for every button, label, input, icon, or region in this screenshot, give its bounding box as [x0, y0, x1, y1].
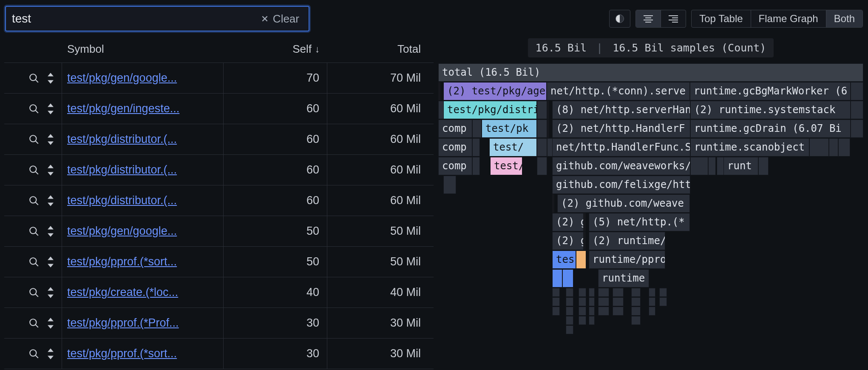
row-sort-button[interactable]: [45, 347, 56, 360]
row-search-button[interactable]: [28, 103, 40, 114]
flame-frame[interactable]: [537, 157, 547, 175]
flame-frame[interactable]: (2) runtime/: [589, 232, 665, 250]
row-sort-button[interactable]: [45, 256, 56, 268]
row-sort-button[interactable]: [45, 194, 56, 207]
flame-frame[interactable]: [566, 288, 573, 297]
symbol-link[interactable]: test/pkg/gen/google...: [62, 63, 224, 93]
flame-frame[interactable]: [589, 297, 595, 306]
flame-frame[interactable]: (2) runtime.systemstack: [690, 101, 851, 119]
flame-frame[interactable]: [589, 288, 595, 297]
flame-frame[interactable]: test/pk: [482, 120, 537, 138]
flame-frame[interactable]: [659, 297, 667, 306]
flame-frame[interactable]: [472, 157, 480, 175]
flame-frame[interactable]: [552, 307, 560, 316]
flame-frame[interactable]: [552, 288, 560, 297]
flame-frame[interactable]: [598, 307, 609, 316]
flame-frame[interactable]: runtime.gcDrain (6.07 Bi: [690, 120, 851, 138]
flame-frame[interactable]: [613, 288, 624, 297]
flame-frame[interactable]: [829, 138, 838, 157]
flame-frame[interactable]: [631, 316, 641, 325]
theme-toggle-button[interactable]: [609, 10, 630, 28]
flame-frame[interactable]: [566, 297, 573, 306]
flame-frame[interactable]: [649, 288, 655, 297]
flame-frame[interactable]: [579, 307, 586, 316]
view-top-table-button[interactable]: Top Table: [692, 10, 751, 27]
flame-frame[interactable]: [649, 307, 655, 316]
row-sort-button[interactable]: [45, 317, 56, 330]
flame-frame[interactable]: [566, 316, 573, 325]
flame-frame[interactable]: github.com/felixge/htt: [552, 176, 690, 194]
flame-frame[interactable]: [758, 157, 769, 175]
flame-frame[interactable]: [562, 269, 573, 287]
symbol-link[interactable]: test/pkg/gen/ingeste...: [62, 94, 224, 124]
flame-frame[interactable]: [659, 288, 667, 297]
flame-frame[interactable]: runtime: [598, 269, 649, 287]
row-search-button[interactable]: [28, 287, 40, 298]
flame-frame[interactable]: [851, 120, 863, 138]
flame-frame[interactable]: [838, 138, 850, 157]
row-search-button[interactable]: [28, 73, 40, 84]
flame-frame[interactable]: [472, 120, 482, 138]
flame-frame[interactable]: [537, 120, 547, 138]
flame-frame-root[interactable]: total (16.5 Bil): [438, 63, 863, 82]
flame-frame[interactable]: test/: [490, 157, 522, 175]
flame-frame[interactable]: (2) github.com/weave: [557, 194, 690, 213]
row-sort-button[interactable]: [45, 164, 56, 176]
flame-frame[interactable]: [631, 297, 641, 306]
flame-frame[interactable]: [552, 269, 562, 287]
flame-frame[interactable]: [472, 138, 480, 157]
align-center-button[interactable]: [636, 10, 661, 27]
flame-frame[interactable]: [579, 297, 586, 306]
row-search-button[interactable]: [28, 165, 40, 176]
row-search-button[interactable]: [28, 256, 40, 268]
view-both-button[interactable]: Both: [826, 10, 862, 27]
flame-frame[interactable]: [708, 157, 716, 175]
flame-frame[interactable]: (2) g: [552, 213, 584, 231]
flame-frame[interactable]: net/http.(*conn).serve: [547, 82, 690, 100]
flame-frame[interactable]: [649, 297, 655, 306]
flame-frame[interactable]: (5) net/http.(*: [589, 213, 690, 231]
column-header-total[interactable]: Total: [327, 43, 429, 56]
flame-frame[interactable]: runt: [723, 157, 758, 175]
flame-frame[interactable]: [690, 157, 708, 175]
flame-frame[interactable]: [566, 325, 573, 334]
flame-frame[interactable]: [613, 307, 624, 316]
search-input[interactable]: [12, 12, 258, 26]
flame-frame[interactable]: [589, 307, 595, 316]
flame-frame[interactable]: test/pkg/distri: [443, 101, 537, 119]
row-search-button[interactable]: [28, 134, 40, 145]
flame-frame[interactable]: github.com/weaveworks/: [552, 157, 690, 175]
column-header-self[interactable]: Self ↓: [224, 43, 327, 56]
symbol-link[interactable]: test/pkg/create.(*loc...: [62, 277, 224, 307]
flame-frame[interactable]: [579, 288, 586, 297]
flame-frame[interactable]: test/: [489, 138, 537, 157]
row-search-button[interactable]: [28, 226, 40, 237]
flame-frame[interactable]: [631, 288, 641, 297]
row-search-button[interactable]: [28, 318, 40, 329]
symbol-link[interactable]: test/pkg/gen/google...: [62, 216, 224, 246]
flame-frame[interactable]: [537, 138, 547, 157]
flame-frame[interactable]: [809, 138, 829, 157]
flame-frame[interactable]: [537, 101, 547, 119]
flame-frame[interactable]: (8) net/http.serverHan: [552, 101, 690, 119]
flame-frame[interactable]: (2) g: [552, 232, 584, 250]
row-search-button[interactable]: [28, 195, 40, 206]
flame-frame[interactable]: [598, 297, 609, 306]
flame-frame[interactable]: runtime.gcBgMarkWorker (6: [690, 82, 851, 100]
flame-frame[interactable]: [851, 101, 863, 119]
flame-frame[interactable]: [589, 316, 595, 325]
row-sort-button[interactable]: [45, 225, 56, 238]
flame-frame[interactable]: comp: [438, 157, 472, 175]
flame-frame[interactable]: [566, 307, 573, 316]
flame-frame[interactable]: (2) test/pkg/age: [443, 82, 547, 100]
symbol-link[interactable]: test/pkg/pprof.(*Prof...: [62, 308, 224, 338]
flame-frame[interactable]: net/http.HandlerFunc.S: [552, 138, 690, 157]
row-sort-button[interactable]: [45, 133, 56, 146]
flame-frame[interactable]: [631, 307, 641, 316]
flame-frame[interactable]: runtime.scanobject: [690, 138, 809, 157]
flame-frame[interactable]: [851, 82, 863, 100]
flame-frame[interactable]: [579, 316, 586, 325]
view-flame-graph-button[interactable]: Flame Graph: [751, 10, 826, 27]
symbol-link[interactable]: test/pkg/distributor.(...: [62, 155, 224, 185]
symbol-link[interactable]: test/pkg/pprof.(*sort...: [62, 247, 224, 277]
